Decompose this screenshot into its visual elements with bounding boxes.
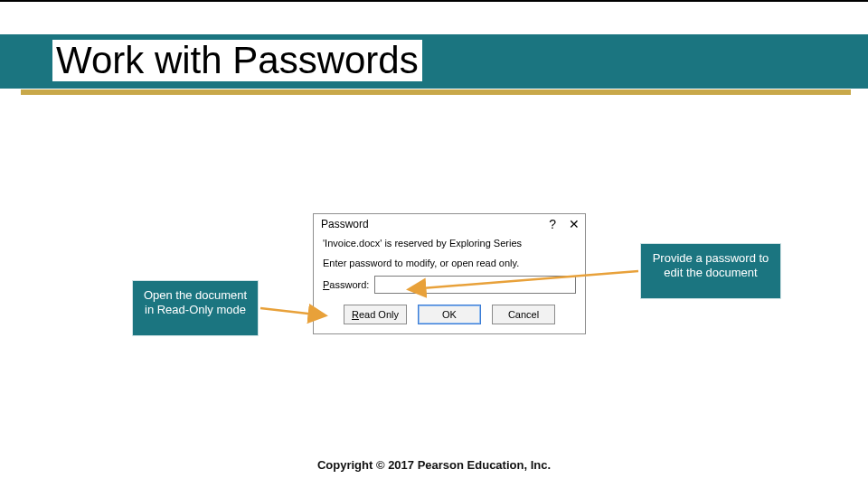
read-only-button[interactable]: Read Only xyxy=(344,305,407,324)
password-label: Password: xyxy=(323,279,369,290)
callout-read-only: Open the document in Read-Only mode xyxy=(132,280,259,336)
dialog-title: Password xyxy=(321,218,549,230)
help-icon[interactable]: ? xyxy=(549,218,556,230)
dialog-titlebar-icons: ? ✕ xyxy=(549,218,580,230)
password-label-rest: assword: xyxy=(329,279,369,290)
copyright-footer: Copyright © 2017 Pearson Education, Inc. xyxy=(0,458,868,472)
title-underline xyxy=(21,89,851,95)
instruction-text: Enter password to modify, or open read o… xyxy=(323,258,576,268)
password-dialog: Password ? ✕ 'Invoice.docx' is reserved … xyxy=(313,213,586,334)
dialog-buttons: Read Only OK Cancel xyxy=(323,305,576,324)
slide: Work with Passwords Password ? ✕ 'Invoic… xyxy=(0,0,868,488)
top-border xyxy=(0,0,868,2)
reserved-text: 'Invoice.docx' is reserved by Exploring … xyxy=(323,238,576,249)
callout-password: Provide a password to edit the document xyxy=(640,243,781,299)
dialog-titlebar: Password ? ✕ xyxy=(314,214,585,232)
ok-button[interactable]: OK xyxy=(418,305,481,324)
page-title: Work with Passwords xyxy=(52,40,422,81)
dialog-body: 'Invoice.docx' is reserved by Exploring … xyxy=(314,232,585,333)
read-only-button-label: ead Only xyxy=(359,309,399,320)
close-icon[interactable]: ✕ xyxy=(569,218,580,230)
password-row: Password: xyxy=(323,276,576,294)
password-input[interactable] xyxy=(374,276,576,294)
cancel-button[interactable]: Cancel xyxy=(492,305,555,324)
